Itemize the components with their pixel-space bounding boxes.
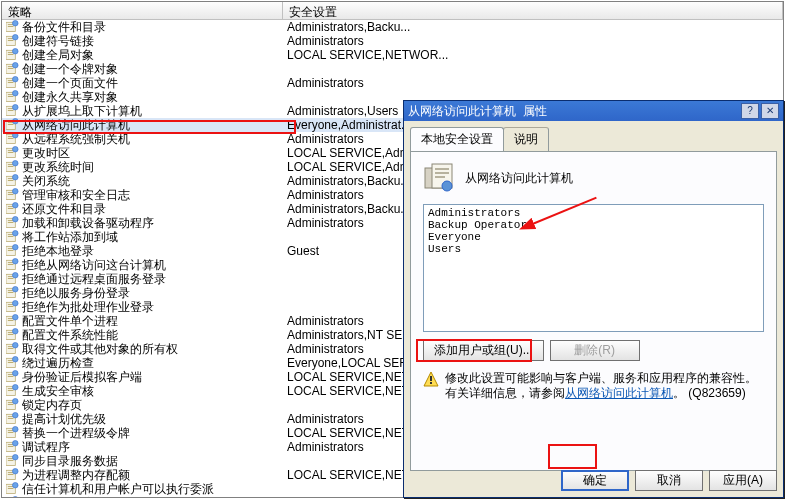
policy-name: 拒绝通过远程桌面服务登录 (22, 272, 166, 286)
ok-button[interactable]: 确定 (561, 470, 629, 491)
policy-icon (6, 496, 22, 498)
policy-icon (6, 314, 22, 328)
policy-row[interactable]: 创建一个页面文件Administrators (2, 76, 783, 90)
remove-button[interactable]: 删除(R) (550, 340, 640, 361)
dialog-buttons: 确定 取消 应用(A) (561, 470, 777, 491)
policy-icon (6, 188, 22, 202)
svg-rect-6 (8, 40, 14, 41)
policy-name: 创建全局对象 (22, 48, 94, 62)
svg-point-63 (13, 230, 19, 236)
policy-name: 从网络访问此计算机 (22, 118, 130, 132)
policy-icon (6, 412, 22, 426)
svg-point-71 (13, 258, 19, 264)
policy-name: 配置文件单个进程 (22, 314, 118, 328)
policy-icon (6, 202, 22, 216)
policy-row[interactable]: 备份文件和目录Administrators,Backu... (2, 20, 783, 34)
svg-rect-26 (8, 110, 14, 111)
svg-rect-98 (8, 362, 14, 363)
policy-icon (6, 454, 22, 468)
svg-point-67 (13, 244, 19, 250)
svg-point-79 (13, 286, 19, 292)
close-button[interactable]: ✕ (761, 103, 779, 119)
policy-name: 还原文件和目录 (22, 202, 106, 216)
policy-icon (6, 286, 22, 300)
svg-point-91 (13, 328, 19, 334)
svg-rect-58 (8, 222, 14, 223)
policy-icon (6, 272, 22, 286)
svg-rect-90 (8, 334, 14, 335)
policy-row[interactable]: 创建一个令牌对象 (2, 62, 783, 76)
note-text: 修改此设置可能影响与客户端、服务和应用程序的兼容性。 有关详细信息，请参阅从网络… (445, 371, 757, 401)
policy-name: 备份文件和目录 (22, 20, 106, 34)
tab-panel: 从网络访问此计算机 Administrators Backup Operator… (410, 151, 777, 471)
svg-rect-14 (8, 68, 14, 69)
policy-name: 创建符号链接 (22, 34, 94, 48)
policy-row[interactable]: 创建符号链接Administrators (2, 34, 783, 48)
svg-point-83 (13, 300, 19, 306)
member-buttons: 添加用户或组(U)... 删除(R) (423, 340, 764, 361)
policy-icon (6, 244, 22, 258)
policy-name: 从远程系统强制关机 (22, 132, 130, 146)
policy-icon (423, 162, 455, 194)
apply-button[interactable]: 应用(A) (709, 470, 777, 491)
properties-dialog: 从网络访问此计算机 属性 ? ✕ 本地安全设置 说明 从网络访问此计算机 Adm… (403, 100, 784, 498)
policy-name: 取得文件或其他对象的所有权 (22, 342, 178, 356)
svg-point-31 (13, 118, 19, 124)
members-listbox[interactable]: Administrators Backup Operators Everyone… (423, 204, 764, 332)
svg-rect-42 (8, 166, 14, 167)
policy-name: 拒绝以服务身份登录 (22, 286, 130, 300)
tab-strip: 本地安全设置 说明 (410, 127, 777, 151)
policy-icon (6, 328, 22, 342)
svg-rect-46 (8, 180, 14, 181)
tab-explain[interactable]: 说明 (503, 127, 549, 151)
policy-icon (6, 62, 22, 76)
policy-icon (6, 160, 22, 174)
svg-rect-118 (8, 432, 14, 433)
policy-name: 拒绝本地登录 (22, 244, 94, 258)
cancel-button[interactable]: 取消 (635, 470, 703, 491)
policy-name: 创建永久共享对象 (22, 90, 118, 104)
policy-name: 配置文件系统性能 (22, 328, 118, 342)
svg-rect-62 (8, 236, 14, 237)
svg-point-139 (13, 496, 19, 498)
svg-point-131 (13, 468, 19, 474)
svg-point-135 (13, 482, 19, 488)
policy-icon (6, 356, 22, 370)
svg-rect-50 (8, 194, 14, 195)
add-user-group-button[interactable]: 添加用户或组(U)... (423, 340, 544, 361)
policy-icon (6, 48, 22, 62)
policy-name: 关闭系统 (22, 174, 70, 188)
svg-point-19 (13, 76, 19, 82)
policy-icon (6, 440, 22, 454)
tab-local-security[interactable]: 本地安全设置 (410, 127, 504, 151)
dialog-titlebar[interactable]: 从网络访问此计算机 属性 ? ✕ (404, 101, 783, 121)
svg-point-115 (13, 412, 19, 418)
dialog-title: 从网络访问此计算机 属性 (408, 103, 547, 120)
svg-rect-146 (435, 168, 449, 170)
svg-rect-102 (8, 376, 14, 377)
svg-rect-122 (8, 446, 14, 447)
svg-point-3 (13, 20, 19, 26)
svg-rect-86 (8, 320, 14, 321)
svg-rect-2 (8, 26, 14, 27)
policy-name-label: 从网络访问此计算机 (465, 170, 573, 187)
policy-name: 更改系统时间 (22, 160, 94, 174)
kb-link[interactable]: 从网络访问此计算机 (565, 386, 673, 400)
policy-name: 为进程调整内存配额 (22, 468, 130, 482)
policy-name: 调试程序 (22, 440, 70, 454)
policy-icon (6, 132, 22, 146)
svg-point-11 (13, 48, 19, 54)
policy-name: 身份验证后模拟客户端 (22, 370, 142, 384)
svg-point-95 (13, 342, 19, 348)
svg-point-39 (13, 146, 19, 152)
policy-icon (6, 482, 22, 496)
policy-icon (6, 230, 22, 244)
help-button[interactable]: ? (741, 103, 759, 119)
header-policy[interactable]: 策略 (2, 2, 283, 19)
policy-row[interactable]: 创建全局对象LOCAL SERVICE,NETWOR... (2, 48, 783, 62)
policy-name: 修改固件环境值 (22, 496, 106, 498)
header-security[interactable]: 安全设置 (283, 2, 783, 19)
policy-name: 更改时区 (22, 146, 70, 160)
policy-icon (6, 384, 22, 398)
svg-rect-30 (8, 124, 14, 125)
